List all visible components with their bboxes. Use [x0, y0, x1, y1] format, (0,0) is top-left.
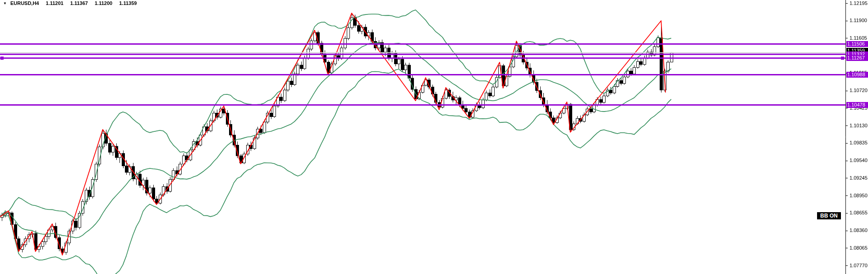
price-chart-canvas[interactable] [0, 0, 868, 274]
ohlc-high: 1.11367 [70, 0, 88, 6]
chart-window: ▼EURUSD,H4 1.11201 1.11367 1.11200 1.113… [0, 0, 868, 274]
ohlc-close: 1.11359 [119, 0, 137, 6]
chart-title: ▼EURUSD,H4 1.11201 1.11367 1.11200 1.113… [3, 0, 137, 6]
ohlc-low: 1.11200 [95, 0, 112, 6]
hline-price-label: 1.10988 [846, 72, 868, 78]
hline-price-label: 1.11267 [846, 55, 868, 61]
symbol-period-label: EURUSD,H4 [10, 0, 39, 6]
ohlc-open: 1.11201 [46, 0, 64, 6]
bb-toggle-button[interactable]: BB ON [817, 212, 841, 219]
hline-price-label: 1.11506 [846, 41, 868, 47]
symbol-dropdown-icon[interactable]: ▼ [3, 1, 7, 5]
hline-price-label: 1.10478 [846, 102, 868, 108]
